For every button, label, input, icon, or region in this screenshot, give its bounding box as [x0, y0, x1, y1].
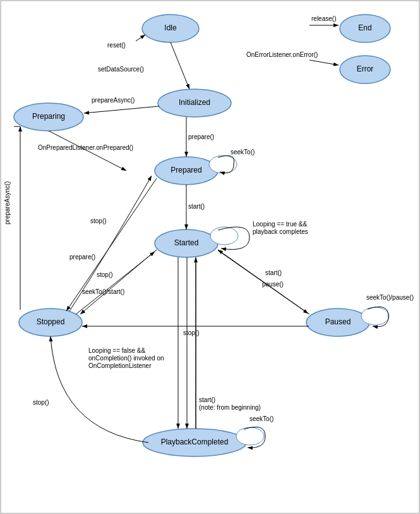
label-start-prepared: start()	[188, 203, 205, 210]
state-error-label: Error	[357, 64, 374, 73]
label-looping-false3: OnCompletionListener	[88, 362, 152, 369]
label-prepareasync-init: prepareAsync()	[92, 97, 135, 104]
arrow-prepareasync-init	[84, 106, 159, 113]
state-initialized-label: Initialized	[179, 98, 210, 107]
arrow-reset	[136, 35, 145, 41]
label-looping-true2: playback completes	[253, 228, 308, 235]
label-pause: pause()	[262, 281, 284, 288]
label-stop-paused: stop()	[183, 329, 200, 336]
label-seekto-paused: seekTo()/pause()	[366, 294, 414, 301]
state-paused-label: Paused	[325, 317, 351, 326]
arrow-onerror	[309, 60, 339, 65]
playback-self-loop	[236, 427, 264, 445]
arrow-setdatasource	[171, 42, 189, 89]
label-start-completed: start()	[199, 396, 215, 403]
label-reset: reset()	[107, 42, 126, 49]
label-start-completed2: (note: from beginning)	[199, 404, 261, 411]
label-looping-false: Looping == false &&	[88, 347, 145, 354]
label-looping-false2: onCompletion() invoked on	[88, 355, 164, 362]
label-seekto-prepared: seekTo()	[231, 149, 255, 156]
label-stop-completed: stop()	[33, 399, 49, 406]
label-seekto-completed: seekTo()	[249, 415, 273, 422]
label-release: release()	[311, 15, 336, 22]
label-prepare-stopped: prepare()	[69, 254, 95, 260]
label-setdatasource: setDataSource()	[98, 66, 144, 73]
label-prepareasync-stopped: prepareAsync()	[4, 181, 11, 224]
label-start-paused: start()	[265, 269, 282, 276]
prepared-self-loop	[209, 156, 237, 173]
label-prepare-init: prepare()	[188, 133, 214, 140]
state-playback-completed-label: PlaybackCompleted	[161, 438, 229, 446]
state-diagram: Idle End Error Initialized Preparing Pre…	[0, 0, 420, 514]
label-stop-started: stop()	[97, 271, 113, 278]
state-prepared-label: Prepared	[171, 166, 201, 174]
state-preparing-label: Preparing	[32, 112, 65, 121]
state-started-label: Started	[174, 238, 199, 247]
arrow-start-paused	[218, 250, 309, 314]
label-seektostart: seekTo()/start()	[82, 288, 124, 295]
label-onerror: OnErrorListener.onError()	[246, 51, 318, 58]
label-looping-true: Looping == true &&	[253, 221, 308, 228]
label-onprepared: OnPreparedListener.onPrepared()	[38, 144, 133, 151]
label-stop-prepared: stop()	[90, 217, 107, 224]
started-self-loop	[210, 227, 238, 245]
paused-self-loop	[361, 307, 389, 325]
state-idle-label: Idle	[164, 23, 177, 32]
state-stopped-label: Stopped	[37, 317, 65, 326]
state-end-label: End	[358, 23, 371, 32]
